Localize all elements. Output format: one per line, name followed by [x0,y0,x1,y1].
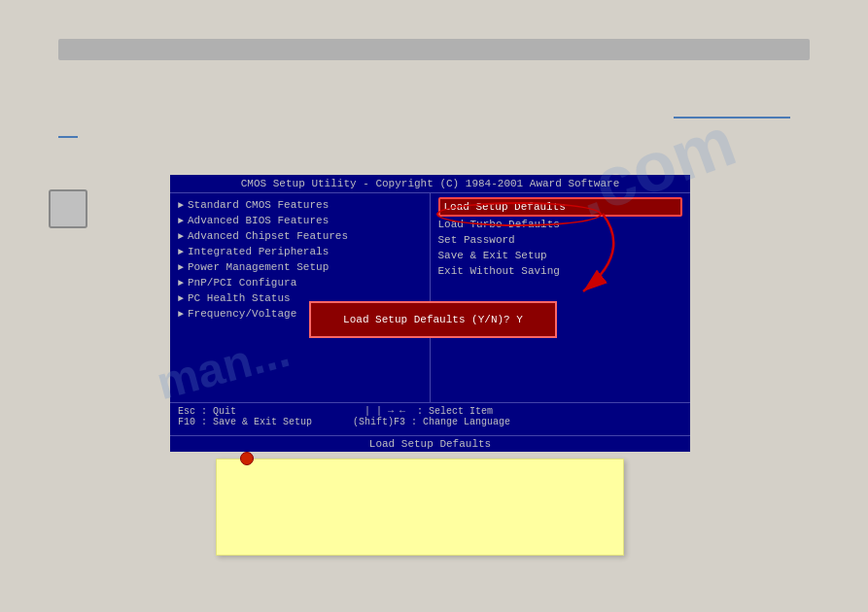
arrow-icon-5: ► [178,262,184,273]
decorative-line-1 [674,117,790,119]
menu-item-standard[interactable]: ► Standard CMOS Features [178,197,422,213]
bios-footer: Esc : Quit | | → ← : Select Item F10 : S… [170,402,690,430]
arrow-icon-6: ► [178,278,184,289]
menu-label-integrated: Integrated Peripherals [188,246,329,257]
menu-label-pnp: PnP/PCI Configura [188,277,296,289]
menu-label-advanced-chipset: Advanced Chipset Features [188,230,348,242]
menu-item-power[interactable]: ► Power Management Setup [178,259,422,275]
menu-label-advanced-bios: Advanced BIOS Features [188,215,329,226]
sticky-note [216,459,624,556]
bios-status-bar: Load Setup Defaults [170,435,690,452]
load-turbo-label: Load Turbo Defaults [438,219,560,230]
right-item-set-password[interactable]: Set Password [438,232,683,248]
menu-item-integrated[interactable]: ► Integrated Peripherals [178,244,422,259]
top-bar [58,39,810,60]
footer-line2: F10 : Save & Exit Setup (Shift)F3 : Chan… [178,417,682,427]
footer-line1: Esc : Quit | | → ← : Select Item [178,406,682,417]
decorative-line-2 [58,136,78,138]
arrow-icon-4: ► [178,247,184,257]
dialog-text: Load Setup Defaults (Y/N)? Y [343,314,523,325]
arrow-icon-8: ► [178,309,184,320]
status-bar-text: Load Setup Defaults [369,438,491,450]
menu-label-health: PC Health Status [188,292,291,304]
menu-item-advanced-chipset[interactable]: ► Advanced Chipset Features [178,228,422,244]
arrow-icon-2: ► [178,216,184,226]
save-exit-label: Save & Exit Setup [438,250,547,261]
menu-label-power: Power Management Setup [188,261,329,273]
exit-no-save-label: Exit Without Saving [438,265,560,277]
arrow-icon-3: ► [178,231,184,242]
right-item-save-exit[interactable]: Save & Exit Setup [438,248,683,263]
sticky-pin [240,452,254,465]
bios-title-bar: CMOS Setup Utility - Copyright (C) 1984-… [170,175,690,193]
load-setup-label: Load Setup Defaults [444,201,566,213]
arrow-icon-7: ► [178,293,184,304]
menu-item-advanced-bios[interactable]: ► Advanced BIOS Features [178,213,422,228]
menu-label-frequency: Frequency/Voltage [188,308,296,320]
menu-item-pnp[interactable]: ► PnP/PCI Configura [178,275,422,290]
menu-label-standard: Standard CMOS Features [188,199,329,211]
set-password-label: Set Password [438,234,515,246]
dialog-box[interactable]: Load Setup Defaults (Y/N)? Y [309,301,557,338]
right-item-load-setup[interactable]: Load Setup Defaults [438,197,683,217]
bios-title: CMOS Setup Utility - Copyright (C) 1984-… [241,178,619,189]
square-icon [49,189,87,228]
arrow-icon-1: ► [178,200,184,211]
right-item-load-turbo[interactable]: Load Turbo Defaults [438,217,683,232]
right-item-exit-no-save[interactable]: Exit Without Saving [438,263,683,279]
